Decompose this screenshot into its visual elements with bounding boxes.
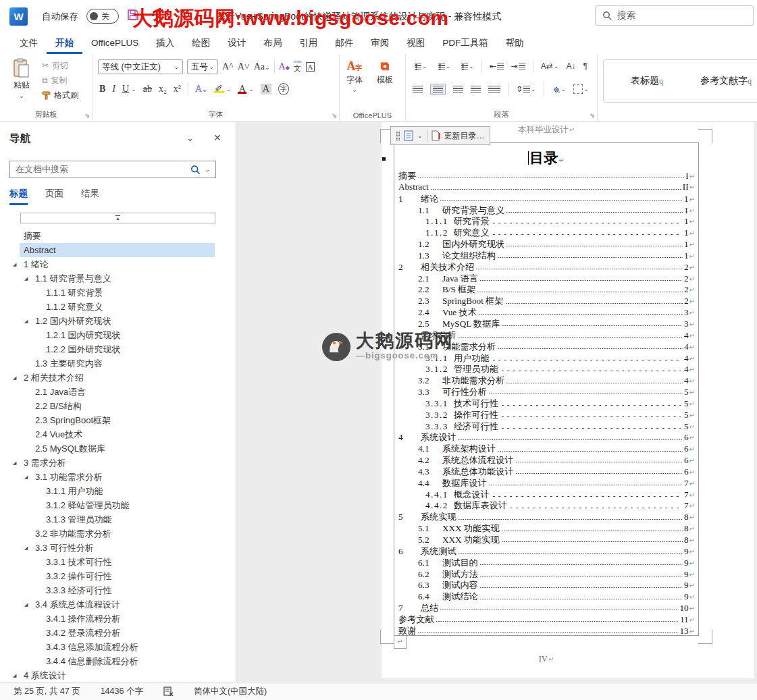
nav-heading-item[interactable]: 1.3 主要研究内容 [0, 356, 236, 371]
font-color-dropdown-icon[interactable]: ⌄ [249, 86, 254, 92]
nav-heading-item[interactable]: 1.2.2 国外研究现状 [0, 342, 236, 356]
paste-button[interactable]: 粘贴 ⌄ [7, 58, 36, 99]
toc-entry[interactable]: 3.1.1用户功能4↵ [425, 352, 695, 364]
increase-indent-button[interactable]: ⇥ [511, 61, 525, 71]
toc-entry[interactable]: 2.3SpringBoot 框架2↵ [418, 295, 695, 306]
nav-heading-item[interactable]: Abstract [0, 243, 236, 257]
ribbon-tab-引用[interactable]: 引用 [290, 34, 326, 54]
toc-entry[interactable]: 1.1.1研究背景1↵ [425, 215, 695, 227]
ribbon-tab-OfficePLUS[interactable]: OfficePLUS [82, 34, 147, 54]
font-dialog-launcher-icon[interactable]: ⇘ [332, 112, 337, 119]
nav-collapse-icon[interactable]: ⌄ [186, 133, 194, 143]
align-center-button[interactable] [430, 84, 446, 95]
ribbon-tab-帮助[interactable]: 帮助 [497, 34, 533, 54]
toc-entry[interactable]: 1.1.2研究意义1↵ [425, 227, 695, 238]
nav-heading-item[interactable]: 3.3.3 经济可行性 [0, 583, 236, 597]
toc-entry[interactable]: 2.1Java 语言2↵ [418, 273, 695, 284]
toc-entry[interactable]: 3.3.3经济可行性5↵ [425, 421, 695, 432]
nav-heading-item[interactable]: ◢3.1 功能需求分析 [0, 470, 236, 484]
shading-char-button[interactable]: A [261, 84, 271, 95]
italic-button[interactable]: I [112, 84, 115, 95]
toc-entry[interactable]: 4.3系统总体功能设计6↵ [418, 466, 695, 477]
toc-entry[interactable]: 3.2非功能需求分析4↵ [418, 375, 695, 386]
ribbon-tab-设计[interactable]: 设计 [219, 34, 255, 54]
toc-entry[interactable]: 5.2XXX 功能实现8↵ [418, 534, 695, 545]
ribbon-tab-审阅[interactable]: 审阅 [362, 34, 398, 54]
highlight-color-button[interactable]: ✐ [214, 85, 224, 93]
numbered-list-button[interactable]: ⌄ [435, 63, 451, 70]
format-painter-button[interactable]: 格式刷 [42, 89, 78, 101]
nav-heading-item[interactable]: ◢3 需求分析 [0, 456, 236, 470]
text-effects-button[interactable]: A⌄ [195, 84, 207, 95]
nav-heading-item[interactable]: ◢4 系统设计 [0, 668, 236, 682]
nav-heading-item[interactable]: ◢3.4 系统总体流程设计 [0, 597, 236, 612]
toc-entry[interactable]: 参考文献11↵ [398, 614, 695, 625]
highlight-dropdown-icon[interactable]: ⌄ [226, 86, 232, 92]
nav-heading-item[interactable]: 3.4.1 操作流程分析 [0, 612, 236, 626]
nav-search-input[interactable]: 在文档中搜索 ⌄ [9, 161, 216, 178]
nav-heading-item[interactable]: ◢2 相关技术介绍 [0, 371, 236, 385]
collapse-triangle-icon[interactable]: ◢ [24, 475, 28, 480]
align-left-button[interactable] [413, 86, 423, 93]
style-item-reference[interactable]: 参考文献字q [700, 75, 752, 87]
toc-entry[interactable]: 4.1系统架构设计6↵ [418, 443, 695, 454]
change-case-button[interactable]: Aa⌄ [254, 61, 270, 72]
ribbon-tab-文件[interactable]: 文件 [11, 34, 47, 54]
ribbon-tab-开始[interactable]: 开始 [47, 34, 82, 54]
style-item-table-title[interactable]: 表标题q [631, 75, 663, 87]
distributed-button[interactable] [488, 86, 500, 93]
clear-formatting-button[interactable]: A◆ [279, 61, 290, 72]
jump-to-top-bar[interactable]: ▲ [20, 213, 215, 223]
borders-button[interactable]: ⌄ [573, 84, 589, 94]
sort-button[interactable]: A↓ [566, 61, 575, 71]
toc-entry[interactable]: 6.4测试结论9↵ [418, 591, 695, 602]
toc-entry[interactable]: 2.4Vue 技术3↵ [418, 306, 695, 318]
collapse-triangle-icon[interactable]: ◢ [24, 276, 28, 281]
update-toc-button[interactable]: 更新目录… [444, 130, 485, 142]
clipboard-dialog-launcher-icon[interactable]: ⇘ [84, 112, 90, 119]
ribbon-tab-PDF工具箱[interactable]: PDF工具箱 [434, 34, 497, 54]
enclose-characters-button[interactable]: 字 [278, 83, 289, 95]
toc-entry[interactable]: 6.1测试目的9↵ [418, 557, 695, 568]
paragraph-dialog-launcher-icon[interactable]: ⇘ [590, 112, 595, 119]
toc-field[interactable]: 目录↵ 摘要I↵AbstractII↵1绪论1↵1.1研究背景与意义1↵1.1.… [394, 142, 699, 636]
copy-button[interactable]: ⧉ 复制 [42, 74, 78, 86]
ribbon-tab-布局[interactable]: 布局 [255, 34, 290, 54]
toc-entry[interactable]: 1.1研究背景与意义1↵ [418, 205, 695, 216]
nav-heading-item[interactable]: 3.1.2 驿站管理员功能 [0, 498, 236, 512]
nav-heading-item[interactable]: 1.1.2 研究意义 [0, 300, 236, 314]
page-indicator[interactable]: 第 25 页, 共 47 页 [14, 686, 80, 697]
document-canvas[interactable]: 本科毕业设计↵ ⌄ 更新目录… 目录↵ [236, 122, 757, 682]
nav-heading-item[interactable]: ◢1.1 研究背景与意义 [0, 271, 236, 286]
drag-handle-icon[interactable] [396, 131, 400, 141]
nav-heading-item[interactable]: 2.3 SpringBoot框架 [0, 413, 236, 427]
officeplus-font-button[interactable]: A字 字体 ⌄ [346, 59, 363, 93]
toc-entry[interactable]: 1.2国内外研究现状1↵ [418, 238, 695, 250]
nav-heading-item[interactable]: 3.4.3 信息添加流程分析 [0, 640, 236, 654]
collapse-triangle-icon[interactable]: ◢ [13, 460, 16, 466]
collapse-triangle-icon[interactable]: ◢ [13, 262, 16, 267]
toc-entry[interactable]: 1.3论文组织结构1↵ [418, 250, 695, 261]
toc-entry[interactable]: 3.3.2操作可行性5↵ [425, 409, 695, 421]
nav-heading-item[interactable]: 2.2 B/S结构 [0, 399, 236, 413]
cut-button[interactable]: ✂ 剪切 [42, 59, 78, 72]
toc-entry[interactable]: 2.2B/S 框架2↵ [418, 284, 695, 295]
underline-button[interactable]: U [122, 84, 129, 95]
nav-heading-item[interactable]: 3.1.3 管理员功能 [0, 512, 236, 527]
officeplus-template-button[interactable]: ⧉ 模板 [377, 59, 393, 86]
character-border-button[interactable]: A [306, 62, 315, 72]
nav-search-icon[interactable] [190, 165, 201, 175]
word-logo-icon[interactable]: W [9, 7, 28, 26]
toc-entry[interactable]: 4.4数据库设计7↵ [418, 477, 695, 489]
bold-button[interactable]: B [99, 84, 105, 95]
shading-button[interactable]: ⌄ [552, 85, 567, 94]
nav-heading-item[interactable]: 1.1.1 研究背景 [0, 286, 236, 300]
toc-entry[interactable]: 7总结10↵ [398, 602, 695, 614]
nav-heading-item[interactable]: 3.4.4 信息删除流程分析 [0, 654, 236, 668]
paragraph-handle-icon[interactable] [382, 157, 386, 161]
nav-heading-item[interactable]: 2.4 Vue技术 [0, 427, 236, 441]
ribbon-tab-绘图[interactable]: 绘图 [183, 34, 219, 54]
ribbon-tab-邮件[interactable]: 邮件 [326, 34, 362, 54]
decrease-indent-button[interactable]: ⇤ [490, 61, 504, 71]
language-indicator[interactable]: 简体中文(中国大陆) [194, 686, 267, 697]
